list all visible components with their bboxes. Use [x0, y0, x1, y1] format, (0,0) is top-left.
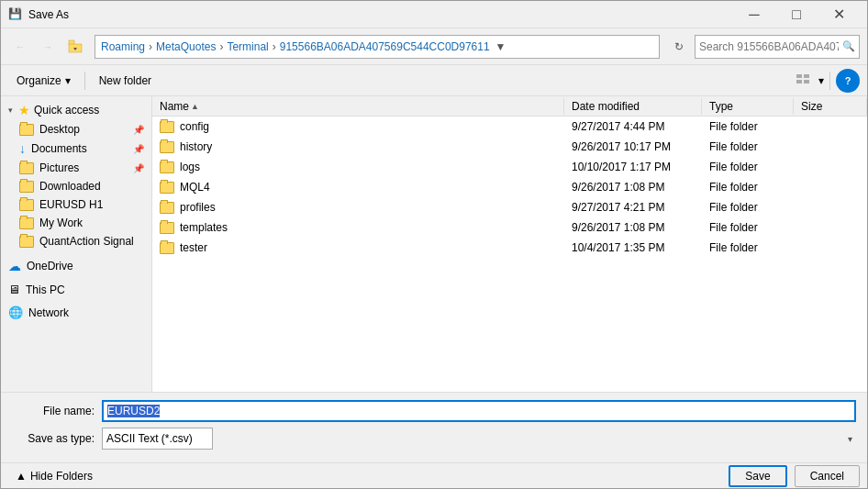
file-folder-icon — [160, 222, 174, 234]
file-cell-date: 9/26/2017 1:08 PM — [564, 219, 702, 236]
breadcrumb-roaming[interactable]: Roaming — [101, 40, 145, 53]
file-cell-name: config — [152, 118, 564, 135]
file-cell-name: MQL4 — [152, 179, 564, 195]
organize-arrow: ▾ — [65, 74, 71, 87]
column-header-size[interactable]: Size — [794, 98, 867, 115]
sidebar-header-quickaccess[interactable]: ▾ ★ Quick access — [1, 100, 151, 120]
bottom-buttons: Save Cancel — [729, 461, 860, 490]
save-as-dialog: 💾 Save As ─ □ ✕ ← → Roaming › MetaQuotes… — [0, 0, 868, 489]
sidebar-item-thispc[interactable]: 🖥 This PC — [1, 280, 151, 299]
close-button[interactable]: ✕ — [818, 1, 860, 28]
file-cell-type: File folder — [702, 219, 794, 236]
quickaccess-chevron: ▾ — [8, 106, 13, 115]
breadcrumb-metaquotes[interactable]: MetaQuotes — [156, 40, 216, 53]
filetype-row: Save as type: ASCII Text (*.csv) ▾ — [12, 428, 856, 450]
desktop-folder-icon — [19, 124, 34, 136]
file-cell-type: File folder — [702, 139, 794, 155]
hide-folders-button[interactable]: ▲ Hide Folders — [8, 468, 100, 484]
sep2: › — [219, 40, 223, 53]
file-cell-name: history — [152, 139, 564, 155]
column-header-type[interactable]: Type — [702, 98, 794, 115]
table-row[interactable]: MQL4 9/26/2017 1:08 PM File folder — [152, 177, 867, 197]
filename-label: File name: — [12, 405, 95, 417]
search-box: 🔍 — [695, 35, 860, 59]
sidebar-item-quantaction[interactable]: QuantAction Signal — [1, 232, 151, 250]
file-cell-type: File folder — [702, 118, 794, 135]
toolbar2-separator — [84, 72, 85, 90]
filetype-select[interactable]: ASCII Text (*.csv) — [102, 428, 213, 450]
bottom-panel: File name: Save as type: ASCII Text (*.c… — [1, 392, 867, 462]
sidebar-item-downloaded[interactable]: Downloaded — [1, 177, 151, 195]
sidebar-item-pictures[interactable]: Pictures 📌 — [1, 159, 151, 177]
forward-button[interactable]: → — [36, 35, 60, 59]
sidebar-desktop-label: Desktop — [39, 123, 80, 136]
sidebar-documents-label: Documents — [31, 142, 87, 155]
save-button[interactable]: Save — [729, 465, 786, 487]
file-folder-icon — [160, 202, 174, 214]
minimize-button[interactable]: ─ — [733, 1, 775, 28]
documents-download-icon: ↓ — [19, 141, 26, 156]
file-cell-type: File folder — [702, 179, 794, 195]
hide-folders-label: Hide Folders — [30, 470, 93, 483]
select-dropdown-arrow: ▾ — [848, 434, 852, 444]
sidebar-mywork-label: My Work — [39, 217, 83, 229]
breadcrumb-dropdown-button[interactable]: ▼ — [494, 40, 508, 53]
file-cell-date: 9/26/2017 1:08 PM — [564, 179, 702, 195]
quickaccess-star-icon: ★ — [18, 103, 30, 117]
search-input[interactable] — [699, 40, 839, 53]
table-row[interactable]: profiles 9/27/2017 4:21 PM File folder — [152, 197, 867, 217]
title-bar: 💾 Save As ─ □ ✕ — [1, 1, 867, 28]
refresh-button[interactable]: ↻ — [667, 35, 691, 59]
sidebar-item-mywork[interactable]: My Work — [1, 214, 151, 232]
column-header-name[interactable]: Name ▲ — [152, 98, 564, 115]
file-cell-size — [794, 125, 867, 128]
file-cell-name: profiles — [152, 199, 564, 216]
up-button[interactable] — [63, 35, 87, 59]
table-row[interactable]: config 9/27/2017 4:44 PM File folder — [152, 117, 867, 137]
file-cell-size — [794, 226, 867, 229]
column-name-label: Name — [160, 100, 189, 113]
quantaction-folder-icon — [19, 236, 34, 248]
sidebar-item-documents[interactable]: ↓ Documents 📌 — [1, 139, 151, 159]
sidebar-eurusd-label: EURUSD H1 — [39, 198, 103, 211]
file-area: Name ▲ Date modified Type Size config 9 — [152, 96, 867, 392]
title-bar-controls: ─ □ ✕ — [733, 1, 860, 28]
sidebar-item-eurusd[interactable]: EURUSD H1 — [1, 195, 151, 214]
file-cell-type: File folder — [702, 199, 794, 216]
breadcrumb-terminal[interactable]: Terminal — [227, 40, 268, 53]
table-row[interactable]: history 9/26/2017 10:17 PM File folder — [152, 137, 867, 157]
sidebar-item-desktop[interactable]: Desktop 📌 — [1, 120, 151, 139]
sidebar-item-onedrive[interactable]: ☁ OneDrive — [1, 256, 151, 276]
file-header: Name ▲ Date modified Type Size — [152, 96, 867, 117]
hide-folders-chevron: ▲ — [16, 470, 27, 483]
toolbar2-separator2 — [829, 72, 830, 90]
search-icon: 🔍 — [842, 40, 855, 52]
cancel-button[interactable]: Cancel — [795, 465, 860, 487]
maximize-button[interactable]: □ — [775, 1, 818, 28]
organize-button[interactable]: Organize ▾ — [8, 70, 79, 92]
new-folder-button[interactable]: New folder — [91, 70, 160, 92]
view-options-button[interactable] — [791, 69, 815, 93]
up-icon — [68, 39, 83, 54]
file-cell-date: 9/27/2017 4:21 PM — [564, 199, 702, 216]
file-cell-date: 10/10/2017 1:17 PM — [564, 159, 702, 175]
breadcrumb-guid[interactable]: 915566BA06ADA407569C544CC0D97611 — [280, 40, 490, 53]
filename-input[interactable] — [102, 400, 856, 422]
navigation-toolbar: ← → Roaming › MetaQuotes › Terminal › 91… — [1, 28, 867, 65]
filetype-wrapper: ASCII Text (*.csv) ▾ — [102, 428, 856, 450]
file-cell-date: 10/4/2017 1:35 PM — [564, 239, 702, 256]
sep1: › — [149, 40, 152, 53]
help-button[interactable]: ? — [836, 69, 860, 93]
file-cell-size — [794, 246, 867, 250]
table-row[interactable]: tester 10/4/2017 1:35 PM File folder — [152, 238, 867, 258]
onedrive-icon: ☁ — [8, 259, 21, 273]
thispc-icon: 🖥 — [8, 283, 20, 296]
bottom-bar: ▲ Hide Folders Save Cancel — [1, 462, 867, 488]
sidebar-item-network[interactable]: 🌐 Network — [1, 303, 151, 322]
table-row[interactable]: templates 9/26/2017 1:08 PM File folder — [152, 217, 867, 238]
filetype-label: Save as type: — [12, 432, 95, 445]
back-button[interactable]: ← — [8, 35, 32, 59]
column-header-date[interactable]: Date modified — [564, 98, 702, 115]
column-size-label: Size — [801, 100, 822, 113]
table-row[interactable]: logs 10/10/2017 1:17 PM File folder — [152, 157, 867, 177]
